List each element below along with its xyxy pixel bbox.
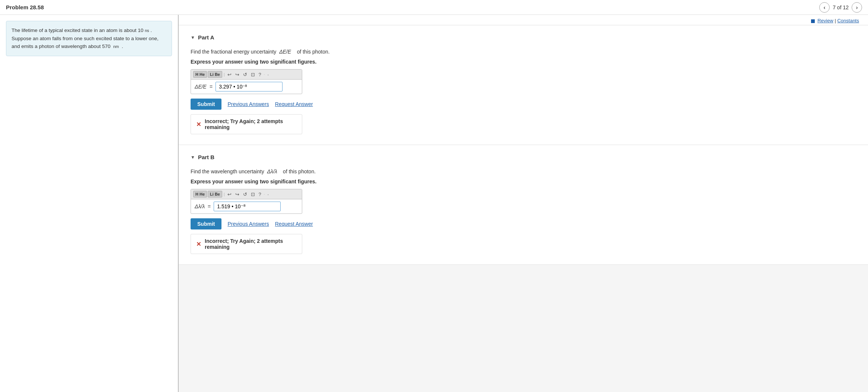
part-a-request-answer-button[interactable]: Request Answer [275, 101, 313, 107]
part-b-more-btn[interactable]: · [267, 191, 270, 197]
part-b-redo-btn[interactable]: ↪ [234, 191, 240, 197]
part-b-collapse-arrow[interactable]: ▼ [191, 155, 195, 160]
next-button[interactable]: › [852, 2, 862, 13]
part-a-input-row: ΔE/E = [191, 80, 302, 94]
part-a-question: Find the fractional energy uncertainty Δ… [191, 48, 856, 56]
nav-controls: ‹ 7 of 12 › [819, 2, 862, 13]
part-b-help-btn[interactable]: ? [258, 191, 262, 197]
part-a-math-input-container: H He Li Be | ↩ ↪ ↺ ⊡ ? · · ΔE/E = [191, 69, 302, 94]
problem-text: The lifetime of a typical excited state … [6, 21, 172, 56]
part-a-redo-btn[interactable]: ↪ [234, 71, 240, 78]
part-b-math-label: Δλ/λ [195, 203, 205, 209]
part-b-toolbar-btn2[interactable]: Li Be [208, 191, 222, 197]
problem-title: Problem 28.58 [6, 4, 44, 10]
part-b-section: ▼ Part B Find the wavelength uncertainty… [179, 145, 868, 265]
part-b-input[interactable] [214, 202, 281, 211]
part-a-math-label: ΔE/E [195, 84, 207, 90]
header: Problem 28.58 ‹ 7 of 12 › [0, 0, 868, 15]
part-b-toolbar-group1: H He Li Be [193, 191, 222, 197]
part-a-action-row: Submit Previous Answers Request Answer [191, 99, 856, 110]
sidebar: The lifetime of a typical excited state … [0, 15, 179, 392]
prev-button[interactable]: ‹ [819, 2, 830, 13]
review-link[interactable]: Review [817, 18, 833, 23]
part-a-refresh-btn[interactable]: ↺ [242, 71, 248, 78]
part-a-toolbar-group1: H He Li Be [193, 71, 222, 78]
part-b-question: Find the wavelength uncertainty Δλ/λ of … [191, 168, 856, 176]
part-a-more-btn[interactable]: · [267, 71, 270, 78]
part-a-error-box: ✕ Incorrect; Try Again; 2 attempts remai… [191, 114, 302, 134]
part-a-previous-answers-button[interactable]: Previous Answers [227, 101, 269, 107]
part-a-toolbar: H He Li Be | ↩ ↪ ↺ ⊡ ? · · [191, 70, 302, 80]
part-b-toolbar-btn1[interactable]: H He [193, 191, 207, 197]
part-a-input[interactable] [216, 82, 283, 91]
content-area: Review | Constants ▼ Part A Find the fra… [179, 15, 868, 392]
part-a-undo-btn[interactable]: ↩ [226, 71, 233, 78]
nav-label: 7 of 12 [833, 4, 849, 10]
part-a-error-icon: ✕ [196, 121, 201, 128]
part-b-submit-button[interactable]: Submit [191, 218, 221, 229]
part-b-action-row: Submit Previous Answers Request Answer [191, 218, 856, 229]
review-icon [811, 19, 815, 23]
top-links-bar: Review | Constants [179, 15, 868, 25]
part-b-math-input-container: H He Li Be | ↩ ↪ ↺ ⊡ ? · · Δλ/λ = [191, 189, 302, 214]
part-b-undo-btn[interactable]: ↩ [226, 191, 233, 197]
part-a-toolbar-btn2[interactable]: Li Be [208, 71, 222, 78]
part-a-collapse-arrow[interactable]: ▼ [191, 35, 195, 40]
part-b-input-row: Δλ/λ = [191, 199, 302, 213]
part-b-toolbar: H He Li Be | ↩ ↪ ↺ ⊡ ? · · [191, 189, 302, 199]
part-b-refresh-btn[interactable]: ↺ [242, 191, 248, 197]
part-a-submit-button[interactable]: Submit [191, 99, 221, 110]
part-b-previous-answers-button[interactable]: Previous Answers [227, 221, 269, 227]
part-b-instruction: Express your answer using two significan… [191, 179, 856, 184]
part-a-header: ▼ Part A [191, 34, 856, 41]
part-b-label: Part B [198, 154, 214, 160]
part-a-copy-btn[interactable]: ⊡ [250, 71, 256, 78]
part-b-error-icon: ✕ [196, 241, 201, 248]
part-a-error-text: Incorrect; Try Again; 2 attempts remaini… [205, 118, 297, 130]
part-a-section: ▼ Part A Find the fractional energy unce… [179, 25, 868, 145]
part-a-help-btn[interactable]: ? [258, 71, 262, 78]
part-b-header: ▼ Part B [191, 154, 856, 160]
part-a-label: Part A [198, 34, 214, 41]
part-b-error-text: Incorrect; Try Again; 2 attempts remaini… [205, 238, 297, 250]
part-a-toolbar-btn1[interactable]: H He [193, 71, 207, 78]
main-layout: The lifetime of a typical excited state … [0, 15, 868, 392]
part-b-request-answer-button[interactable]: Request Answer [275, 221, 313, 227]
constants-link[interactable]: Constants [837, 18, 859, 23]
part-b-copy-btn[interactable]: ⊡ [250, 191, 256, 197]
part-b-error-box: ✕ Incorrect; Try Again; 2 attempts remai… [191, 234, 302, 254]
part-a-instruction: Express your answer using two significan… [191, 59, 856, 65]
